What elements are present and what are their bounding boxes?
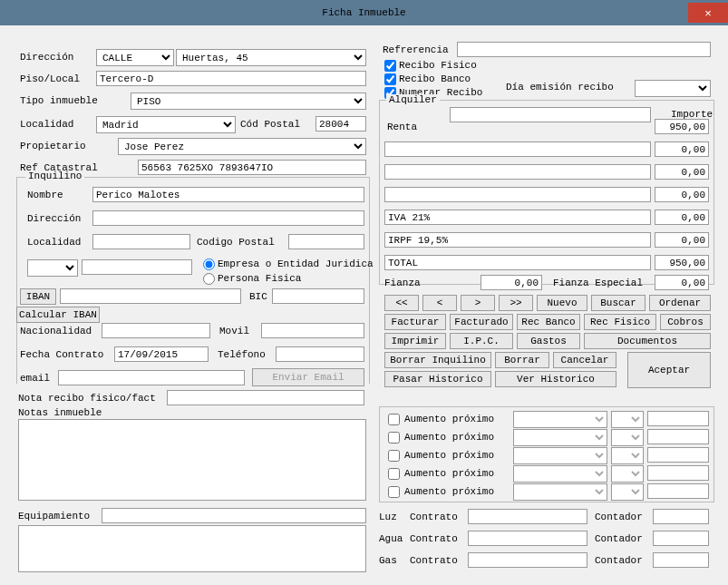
inq-dir-input[interactable] [92,210,364,226]
importe-1[interactable] [655,141,709,157]
gas-contrato-label: Contrato [410,555,458,566]
equip-input[interactable] [102,508,366,523]
btn-recfisico[interactable]: Rec Fisico [584,314,656,330]
inq-nombre-input[interactable] [92,187,364,202]
cb-aum-4[interactable] [388,486,400,498]
localidad-select[interactable]: Madrid [96,116,236,133]
btn-borrarinq[interactable]: Borrar Inquilino [384,352,491,368]
aum-sel2-4[interactable] [611,483,644,501]
calle-select[interactable]: Huertas, 45 [176,49,366,66]
iva-val[interactable] [655,210,709,225]
cb-recibo-fisico[interactable] [384,60,396,72]
aum-sel2-0[interactable] [611,411,644,428]
gas-contador-input[interactable] [653,552,709,568]
concepto-0[interactable] [450,107,651,122]
inq-doc-input[interactable] [82,259,192,275]
ref-label: Refrerencia [383,44,449,55]
nac-input[interactable] [102,323,210,338]
luz-contrato-input[interactable] [468,509,587,524]
aum-val-3[interactable] [647,465,709,481]
btn-next[interactable]: > [461,295,495,311]
fianza-input[interactable] [480,275,542,290]
fianzaesp-input[interactable] [655,275,709,290]
btn-recbanco[interactable]: Rec Banco [517,314,580,330]
cb-aum-1[interactable] [388,432,400,444]
concepto-2[interactable] [384,164,651,180]
btn-borrar[interactable]: Borrar [495,352,549,368]
iban-input[interactable] [60,288,241,304]
concepto-1[interactable] [384,141,651,157]
aum-sel-2[interactable] [513,447,607,464]
btn-buscar[interactable]: Buscar [591,295,645,311]
cb-recibo-banco[interactable] [384,73,396,85]
importe-2[interactable] [655,164,709,180]
form-body: Dirección CALLE Huertas, 45 Piso/Local T… [0,25,728,585]
aum-val-0[interactable] [647,411,709,426]
btn-verh[interactable]: Ver Historico [495,371,616,387]
btn-ipc[interactable]: I.P.C. [450,333,513,349]
bic-input[interactable] [272,288,364,304]
btn-first[interactable]: << [384,295,419,311]
aum-val-1[interactable] [647,429,709,444]
calciban-button[interactable]: Calcular IBAN [16,307,100,323]
btn-pasarh[interactable]: Pasar Historico [384,371,491,387]
btn-last[interactable]: >> [499,295,533,311]
cb-aum-0[interactable] [388,414,400,425]
refcat-input[interactable] [138,160,366,175]
importe-3[interactable] [655,187,709,202]
movil-input[interactable] [261,323,364,338]
cb-aum-2[interactable] [388,450,400,462]
prop-select[interactable]: Jose Perez [118,138,366,155]
btn-nuevo[interactable]: Nuevo [537,295,587,311]
aum-val-4[interactable] [647,483,709,499]
diaemis-select[interactable] [635,80,711,97]
btn-aceptar[interactable]: Aceptar [627,352,711,388]
inq-doctype-select[interactable] [27,259,78,277]
inq-loc-input[interactable] [92,234,190,249]
irpf-val[interactable] [655,232,709,248]
cp-input[interactable] [315,116,366,132]
close-button[interactable]: × [688,3,728,23]
equip-text[interactable] [18,525,366,572]
aum-sel-3[interactable] [513,465,607,483]
ref-input[interactable] [457,42,711,57]
agua-contador-input[interactable] [653,531,709,546]
btn-gastos[interactable]: Gastos [517,333,580,349]
notas-inmueble-text[interactable] [18,419,366,501]
btn-cancelar[interactable]: Cancelar [553,352,616,368]
importe-0[interactable] [655,119,709,134]
via-select[interactable]: CALLE [96,49,174,66]
btn-facturar[interactable]: Facturar [384,314,446,330]
iban-button[interactable]: IBAN [20,288,56,305]
nota-recibo-input[interactable] [167,390,364,405]
btn-ordenar[interactable]: Ordenar [649,295,711,311]
aum-sel-0[interactable] [513,411,607,428]
inq-cp-input[interactable] [288,234,364,249]
piso-input[interactable] [96,71,366,86]
fcontrato-input[interactable] [114,346,209,362]
iva-input[interactable] [384,210,651,225]
btn-docs[interactable]: Documentos [584,333,711,349]
cb-aum-3[interactable] [388,468,400,480]
btn-facturado[interactable]: Facturado [450,314,513,330]
radio-persona[interactable] [203,273,215,285]
email-input[interactable] [58,370,245,385]
tipo-select[interactable]: PISO [131,93,366,110]
btn-imprimir[interactable]: Imprimir [384,333,446,349]
aum-sel2-1[interactable] [611,429,644,446]
aum-sel2-3[interactable] [611,465,644,483]
agua-contrato-input[interactable] [468,531,587,546]
aum-sel-1[interactable] [513,429,607,446]
gas-contrato-input[interactable] [468,552,587,568]
irpf-input[interactable] [384,232,651,248]
enviar-email-button[interactable]: Enviar Email [252,368,364,386]
btn-cobros[interactable]: Cobros [660,314,711,330]
luz-contador-input[interactable] [653,509,709,524]
aum-sel2-2[interactable] [611,447,644,464]
btn-prev[interactable]: < [422,295,457,311]
aum-val-2[interactable] [647,447,709,463]
aum-sel-4[interactable] [513,483,607,501]
tel-input[interactable] [276,346,364,362]
concepto-3[interactable] [384,187,651,202]
radio-empresa[interactable] [203,258,215,270]
